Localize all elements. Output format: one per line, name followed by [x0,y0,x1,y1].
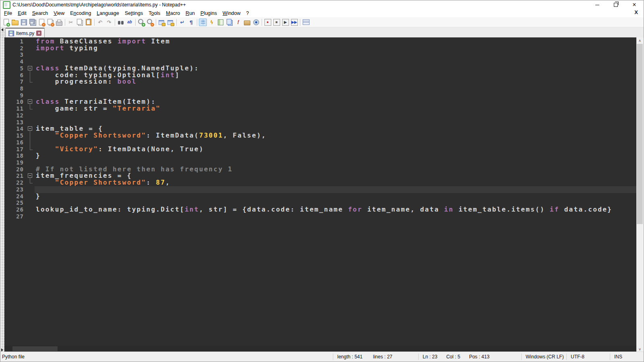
line-number: 6 [4,72,27,79]
fold-marker[interactable] [27,125,35,132]
code-text[interactable] [35,51,636,58]
code-text[interactable] [35,119,636,126]
menu-item-view[interactable]: View [51,10,67,17]
horizontal-scrollbar[interactable] [4,346,636,352]
scroll-up-icon[interactable]: ∧ [636,37,643,43]
save-icon[interactable] [20,19,28,26]
close-document-icon[interactable]: - [37,19,45,26]
fold-collapse-icon[interactable] [28,126,32,131]
menu-item-plugins[interactable]: Plugins [198,10,220,17]
tab-items-py[interactable]: Items.py × [5,28,45,38]
vertical-scrollbar[interactable]: ∧ ∨ [636,37,643,352]
fold-collapse-icon[interactable] [28,66,32,70]
toolbar: +--✂↶↷ab+-↵¶ϟƒ●■▶▶▶ [0,17,644,27]
word-wrap-icon[interactable]: ↵ [178,19,186,26]
function-list-icon[interactable]: ƒ [234,19,242,26]
code-line-12: 12 [4,112,636,119]
title-bar: C:\Users\Dood\Documents\tmp\Archipelago\… [0,0,644,9]
horizontal-scrollbar-thumb[interactable] [12,346,58,351]
redo-icon[interactable]: ↷ [105,19,113,26]
code-text[interactable]: lookup_id_to_name: typing.Dict[int, str]… [35,206,636,213]
menu-item-file[interactable]: File [1,10,15,17]
code-text[interactable] [35,85,636,92]
new-file-icon[interactable]: + [2,19,10,26]
replace-icon[interactable]: ab [126,19,134,26]
zoom-out-icon[interactable]: - [146,19,154,26]
menu-item-edit[interactable]: Edit [15,10,29,17]
panel-splitter[interactable] [1,28,4,352]
fold-margin [27,119,35,126]
undo-icon[interactable]: ↶ [96,19,104,26]
copy-icon[interactable] [76,19,84,26]
open-file-icon[interactable] [11,19,19,26]
code-text[interactable]: } [35,193,636,200]
code-text[interactable]: "Copper Shortsword": ItemData(73001, Fal… [35,132,636,139]
menu-item-tools[interactable]: Tools [146,10,163,17]
code-text[interactable] [35,186,636,193]
menu-item-help[interactable]: ? [244,10,252,17]
line-number: 17 [4,146,27,153]
code-text[interactable] [35,112,636,119]
line-number: 22 [4,179,27,186]
vertical-scrollbar-thumb[interactable] [637,44,643,224]
document-map-icon[interactable] [217,19,225,26]
code-text[interactable]: progression: bool [35,78,636,85]
fold-collapse-icon[interactable] [28,99,32,104]
code-text[interactable]: "Copper Shortsword": 87, [35,179,636,186]
sync-vertical-scroll-icon[interactable] [158,19,166,26]
macro-run-multiple-icon[interactable]: ▶▶ [290,19,298,26]
code-text[interactable] [35,213,636,220]
tab-close-icon[interactable]: × [36,31,41,36]
menu-item-run[interactable]: Run [183,10,198,17]
menu-item-encoding[interactable]: Encoding [67,10,94,17]
splitter-collapse-left-icon[interactable] [1,28,3,31]
user-defined-dialog-icon[interactable]: ϟ [208,19,216,26]
minimize-button[interactable] [588,0,607,9]
macro-save-icon[interactable] [302,19,310,26]
code-line-22: 22 "Copper Shortsword": 87, [4,179,636,186]
fold-marker[interactable] [27,173,35,179]
menubar-close-icon[interactable]: X [634,9,638,15]
fold-collapse-icon[interactable] [28,173,32,178]
monitoring-icon[interactable] [252,19,260,26]
fold-marker[interactable] [27,65,35,72]
close-button[interactable]: × [625,0,644,9]
menu-item-macro[interactable]: Macro [163,10,183,17]
status-encoding-section: UTF-8 [566,354,610,360]
sync-horizontal-scroll-icon[interactable] [167,19,175,26]
print-icon[interactable] [55,19,63,26]
menu-item-language[interactable]: Language [94,10,122,17]
code-text[interactable]: from BaseClasses import Item [35,38,636,45]
find-icon[interactable] [117,19,125,26]
notepad-plus-plus-icon [3,1,10,9]
macro-record-icon[interactable]: ● [264,19,272,26]
code-text[interactable]: "Victory": ItemData(None, True) [35,146,636,153]
code-text[interactable]: game: str = "Terraria" [35,105,636,112]
cut-icon[interactable]: ✂ [67,19,75,26]
scroll-down-icon[interactable]: ∨ [636,346,643,352]
show-all-characters-icon[interactable]: ¶ [187,19,195,26]
status-position-section: Ln : 23 Col : 5 Pos : 413 [418,354,521,360]
line-number: 7 [4,78,27,85]
indent-guide-icon[interactable] [199,19,207,26]
fold-margin [27,193,35,200]
splitter-expand-right-icon[interactable] [1,348,3,352]
document-list-icon[interactable] [225,19,233,26]
fold-marker[interactable] [27,99,35,105]
menu-item-window[interactable]: Window [220,10,243,17]
menu-item-settings[interactable]: Settings [122,10,146,17]
fold-margin [27,105,35,112]
save-all-icon[interactable] [29,19,37,26]
macro-play-icon[interactable]: ▶ [281,19,289,26]
menu-item-search[interactable]: Search [29,10,51,17]
macro-stop-icon[interactable]: ■ [272,19,281,26]
paste-icon[interactable] [85,19,93,26]
close-all-documents-icon[interactable]: - [46,19,54,26]
code-editor[interactable]: 1from BaseClasses import Item2import typ… [4,37,636,346]
code-text[interactable]: } [35,152,636,159]
restore-button[interactable] [607,0,625,9]
zoom-in-icon[interactable]: + [137,19,145,26]
menu-bar: FileEditSearchViewEncodingLanguageSettin… [0,9,644,17]
folder-as-workspace-icon[interactable] [243,19,251,26]
code-text[interactable]: import typing [35,45,636,52]
